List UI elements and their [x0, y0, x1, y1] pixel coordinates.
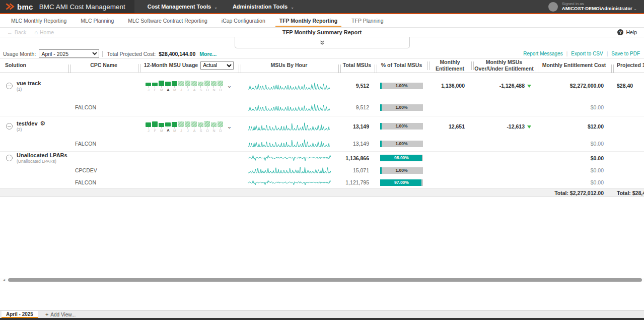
projected-month-bar	[211, 81, 217, 86]
collapse-row-icon[interactable]	[6, 83, 13, 89]
pct-label: 97.00%	[380, 179, 423, 186]
month-label: A	[167, 88, 169, 92]
link-report-messages[interactable]: Report Messages	[523, 51, 562, 56]
more-link[interactable]: More...	[199, 51, 217, 57]
usage-mode-select[interactable]: Actual	[200, 61, 234, 70]
12-month-msu-usage-chart: JFMAMJJASOND⌄	[140, 80, 237, 92]
solution-name: Unallocated LPARs	[17, 152, 67, 158]
month-tick	[220, 86, 221, 88]
pct-of-total-bar: 1.00%	[380, 123, 423, 130]
12-month-msu-usage-chart: JFMAMJJASOND⌄	[140, 120, 237, 133]
user-name[interactable]: AMICOST-DEMO\Administrator ⌄	[562, 6, 637, 12]
tab-icap-configuration[interactable]: iCap Configuration	[214, 14, 272, 27]
add-view-button[interactable]: + Add View...	[38, 311, 83, 318]
cpc-row-falcon: FALCON1,121,79597.00%$0.00	[0, 176, 644, 188]
month-label: J	[187, 88, 189, 92]
monthly-entitlement-value: 1,136,000	[428, 83, 472, 89]
projected-month-bar	[178, 81, 184, 86]
link-separator: |	[607, 51, 608, 56]
month-label: D	[219, 88, 222, 92]
app-menubar: Cost Management Tools ⌄Administration To…	[134, 0, 294, 13]
tab-mlc-software-contract-reporting[interactable]: MLC Software Contract Reporting	[121, 14, 214, 27]
bottom-dark-strip	[0, 318, 644, 320]
cpc-name: FALCON	[69, 179, 138, 185]
column-header-solution: Solution	[0, 62, 69, 68]
actual-month-bar	[172, 122, 177, 127]
expand-chart-icon[interactable]: ⌄	[227, 83, 232, 89]
projected-month-bar	[198, 82, 203, 86]
actual-month-bar	[165, 82, 171, 86]
actual-month-bar	[152, 121, 158, 127]
pct-of-total-bar: 97.00%	[380, 179, 423, 186]
monthly-entitlement-cost-value: $2,272,000.00	[536, 83, 612, 89]
pct-label: 1.00%	[380, 104, 423, 111]
tab-tfp-monthly-reporting[interactable]: TFP Monthly Reporting	[272, 14, 344, 27]
view-tab-april-2025[interactable]: April - 2025	[2, 311, 38, 318]
cpc-name: CPCDEV	[69, 167, 138, 173]
projected-month-bar	[191, 121, 197, 127]
monthly-entitlement-cost-value: $0.00	[536, 179, 612, 185]
pct-of-total-bar: 1.00%	[380, 141, 423, 147]
month-tick	[200, 86, 201, 88]
month-label: M	[160, 129, 163, 133]
msus-by-hour-sparkline	[248, 154, 331, 162]
month-label: O	[206, 88, 208, 92]
avatar[interactable]	[548, 2, 558, 12]
settings-gear-icon[interactable]: ⚙	[40, 120, 46, 126]
scrollbar-thumb[interactable]	[8, 278, 642, 282]
expand-chart-icon[interactable]: ⌄	[227, 123, 232, 130]
month-label: N	[212, 129, 215, 133]
collapse-filters-panel[interactable]	[235, 37, 410, 48]
month-label: F	[154, 129, 156, 133]
scroll-left-button[interactable]: ◄	[0, 278, 8, 282]
projected-month-bar	[218, 121, 223, 127]
collapse-row-icon[interactable]	[6, 123, 13, 130]
tab-mlc-monthly-reporting[interactable]: MLC Monthly Reporting	[4, 14, 74, 27]
menu-cost-management-tools[interactable]: Cost Management Tools ⌄	[148, 4, 218, 10]
usage-month-select[interactable]: April - 2025	[39, 49, 99, 58]
solution-row-test-dev: test/dev⚙(2)JFMAMJJASOND⌄13,1491.00%12,6…	[0, 116, 644, 136]
usage-month-controls: Usage Month: April - 2025 Total Projecte…	[3, 49, 217, 58]
column-header-monthly-entitlement-cost: Monthly Entitlement Cost	[536, 62, 612, 68]
month-tick	[181, 86, 181, 88]
solution-name: test/dev⚙	[17, 120, 45, 126]
msus-by-hour-sparkline	[248, 167, 331, 174]
pct-of-total-bar: 1.00%	[380, 104, 423, 111]
user-area[interactable]: Signed in as AMICOST-DEMO\Administrator …	[548, 0, 644, 13]
total-msus-value: 15,071	[339, 167, 375, 173]
totals-row: Total: $2,272,012.00Total: $28,40	[0, 188, 644, 197]
monthly-entitlement-cost-value: $0.00	[536, 104, 612, 110]
bmc-logo: bmc	[5, 3, 33, 11]
solution-row-unallocated-lpars: Unallocated LPARs(Unallocated LPARs)1,13…	[0, 151, 644, 164]
bmc-logo-icon	[5, 3, 15, 11]
actual-month-bar	[165, 122, 171, 126]
month-tick	[187, 127, 188, 129]
link-export-to-csv[interactable]: Export to CSV	[571, 51, 603, 56]
chevron-down-icon: ⌄	[214, 5, 218, 10]
menu-administration-tools[interactable]: Administration Tools ⌄	[233, 4, 294, 10]
month-tick	[161, 86, 162, 88]
total-monthly-entitlement-cost: Total: $2,272,012.00	[536, 190, 612, 196]
month-tick	[213, 127, 214, 129]
help-button[interactable]: ? Help	[617, 29, 637, 35]
projected-month-bar	[185, 81, 190, 86]
msus-by-hour-sparkline	[248, 103, 331, 111]
tab-tfp-planning[interactable]: TFP Planning	[344, 14, 390, 27]
link-save-to-pdf[interactable]: Save to PDF	[611, 51, 640, 56]
monthly-entitlement-cost-value: $0.00	[536, 155, 612, 161]
collapse-row-icon[interactable]	[6, 155, 13, 161]
cpc-row-cpcdev: CPCDEV15,0711.00%$0.00	[0, 164, 644, 176]
month-tick	[200, 127, 201, 129]
bmc-logo-text: bmc	[17, 3, 33, 11]
month-label: F	[154, 88, 156, 92]
month-tick	[207, 127, 207, 129]
pct-label: 1.00%	[380, 167, 423, 174]
msus-by-hour-sparkline	[248, 122, 331, 131]
month-tick	[174, 86, 175, 88]
solution-count: (2)	[17, 127, 45, 132]
monthly-entitlement-cost-value: $12.00	[536, 123, 612, 130]
month-label: J	[148, 88, 150, 92]
column-header-of-total-msus: % of Total MSUs	[375, 62, 428, 68]
tab-mlc-planning[interactable]: MLC Planning	[74, 14, 121, 27]
month-tick	[148, 127, 149, 129]
